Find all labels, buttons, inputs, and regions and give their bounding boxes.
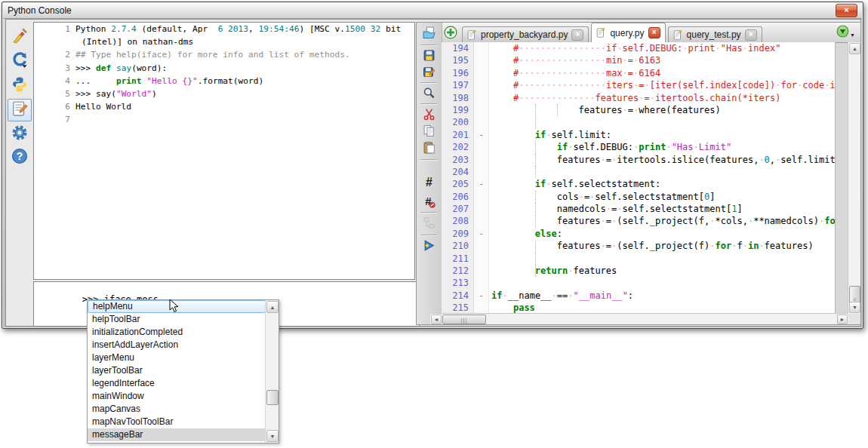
autocomplete-item-mapCanvas[interactable]: mapCanvas — [88, 403, 266, 416]
autocomplete-item-insertAddLayerAction[interactable]: insertAddLayerAction — [88, 339, 266, 351]
close-button[interactable]: × — [836, 4, 857, 17]
uncomment-code-button[interactable]: # — [420, 195, 439, 211]
open-script-icon — [423, 26, 436, 42]
save-script-button[interactable] — [420, 49, 439, 65]
indent-guide — [535, 116, 536, 128]
tab-label: property_backyard.py — [481, 29, 568, 40]
console-line: (Intel)] on nathan-dms — [34, 35, 414, 48]
code-line: 195 #················min·=·6163 — [442, 54, 835, 66]
console-line: 5>>> say("World") — [34, 87, 414, 100]
indent-guide — [535, 104, 536, 116]
scroll-right-icon[interactable]: ► — [837, 315, 848, 324]
autocomplete-item-helpToolBar[interactable]: helpToolBar — [88, 313, 266, 326]
tab-property_backyard.py[interactable]: property_backyard.py× — [462, 26, 589, 42]
run-command-button[interactable] — [8, 75, 32, 97]
code-line: 200 — [442, 116, 835, 128]
tab-query.py[interactable]: query.py× — [591, 23, 665, 42]
indent-guide — [535, 253, 536, 265]
fold-margin — [474, 67, 489, 79]
console-line: 4... print "Hello {}".format(word) — [34, 75, 414, 87]
open-script-button[interactable] — [420, 26, 439, 42]
fold-margin — [474, 277, 489, 289]
autocomplete-item-layerMenu[interactable]: layerMenu — [88, 351, 266, 364]
fold-margin — [474, 104, 489, 116]
indent-guide — [535, 166, 536, 178]
save-as-script-button[interactable] — [420, 66, 439, 81]
code-line: 196 #················max·=·6164 — [442, 67, 835, 79]
tab-label: query.py — [610, 28, 644, 38]
help-button[interactable]: ? — [8, 146, 32, 169]
autocomplete-scrollbar[interactable]: ▲ ▼ — [265, 300, 279, 443]
file-edit-icon — [673, 29, 683, 41]
indent-guide — [535, 240, 536, 252]
line-number: 205 — [442, 178, 474, 190]
editor-tabs: property_backyard.py×query.py×query_test… — [462, 23, 765, 42]
fold-marker[interactable]: - — [474, 178, 489, 190]
show-editor-button[interactable] — [8, 99, 32, 121]
code-line: 198 #··············features·=·itertools.… — [442, 92, 835, 104]
object-inspector-icon — [423, 216, 436, 232]
autocomplete-scroll-thumb[interactable] — [266, 390, 279, 405]
autocomplete-item-layerToolBar[interactable]: layerToolBar — [88, 364, 266, 377]
scroll-down-icon[interactable]: ▼ — [849, 302, 860, 313]
autocomplete-item-messageBar[interactable]: messageBar — [88, 428, 266, 441]
line-number: 204 — [442, 166, 474, 178]
console-output[interactable]: 1Python 2.7.4 (default, Apr 6 2013, 19:5… — [33, 22, 415, 280]
fold-margin — [474, 191, 489, 203]
close-icon: × — [844, 5, 848, 14]
indent-guide — [535, 203, 536, 215]
run-script-button[interactable] — [420, 239, 439, 255]
indent-guide — [535, 191, 536, 203]
uncomment-code-icon: # — [423, 195, 436, 211]
new-tab-button[interactable] — [444, 26, 457, 39]
scroll-up-icon[interactable]: ▲ — [849, 43, 860, 54]
line-number: 202 — [442, 141, 474, 153]
scroll-left-icon[interactable]: ◄ — [431, 315, 442, 324]
toolbar-separator — [420, 103, 437, 104]
fold-margin — [474, 240, 489, 252]
scroll-up-icon[interactable]: ▲ — [266, 301, 279, 313]
indent-guide — [535, 265, 536, 277]
fold-margin — [474, 166, 489, 178]
autocomplete-item-legendInterface[interactable]: legendInterface — [88, 377, 266, 390]
tab-close-icon[interactable]: × — [745, 29, 757, 41]
run-script-icon — [423, 239, 436, 255]
fold-margin — [474, 154, 489, 166]
fold-marker[interactable]: - — [474, 290, 489, 302]
find-text-button[interactable] — [420, 87, 439, 103]
tab-query_test.py[interactable]: query_test.py× — [668, 26, 762, 42]
paste-button[interactable] — [420, 141, 439, 157]
autocomplete-item-mapNavToolToolBar[interactable]: mapNavToolToolBar — [88, 416, 266, 428]
scroll-down-icon[interactable]: ▼ — [266, 430, 279, 442]
hscroll-thumb[interactable]: ||| — [442, 315, 486, 324]
show-editor-icon — [11, 100, 28, 120]
tab-list-button[interactable]: ▼ — [836, 26, 856, 39]
indent-guide — [535, 141, 536, 153]
fold-marker[interactable]: - — [474, 129, 489, 141]
import-class-button[interactable] — [8, 50, 32, 72]
code-line: 197 #················iters·=·[iter(self.… — [442, 79, 835, 91]
fold-marker[interactable]: - — [474, 228, 489, 240]
copy-button[interactable] — [420, 124, 439, 140]
autocomplete-item-mainWindow[interactable]: mainWindow — [88, 390, 266, 403]
comment-code-button[interactable]: # — [420, 176, 439, 192]
settings-button[interactable] — [8, 123, 32, 146]
autocomplete-popup: helpMenuhelpToolBarinitializationComplet… — [87, 299, 279, 443]
fold-margin — [474, 42, 489, 54]
python-console-window: Python Console × ? 1Python 2.7.4 (defaul… — [2, 2, 863, 329]
editor-vertical-scrollbar[interactable]: ▲ ≡ ▼ — [848, 42, 860, 314]
cut-button[interactable] — [420, 108, 439, 124]
clear-console-button[interactable] — [8, 26, 32, 49]
console-line-number: 3 — [34, 62, 75, 75]
title-bar[interactable]: Python Console × — [3, 3, 862, 19]
help-icon: ? — [11, 148, 28, 167]
tab-close-icon[interactable]: × — [648, 27, 660, 38]
autocomplete-item-initializationCompleted[interactable]: initializationCompleted — [88, 326, 266, 339]
code-line: 207 namedcols·=·self.selectstatment[1] — [442, 203, 835, 215]
code-editor[interactable]: 194 #················if·self.DEBUG:·prin… — [442, 42, 836, 314]
comment-code-icon: # — [423, 176, 436, 192]
fold-margin — [474, 79, 489, 91]
tab-close-icon[interactable]: × — [571, 29, 583, 41]
line-number: 214 — [442, 290, 474, 302]
editor-horizontal-scrollbar[interactable]: ◄ ||| ► — [430, 313, 848, 324]
